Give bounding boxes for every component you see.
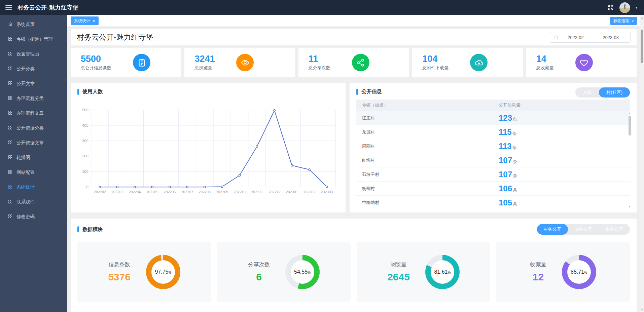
table-row-4: 石坡子村107条 [356,167,630,182]
info-panel-title: 公开信息 [361,88,382,95]
menu-grid-icon [8,169,13,176]
share-icon [352,54,369,71]
svg-text:202205: 202205 [146,190,158,194]
date-start-value[interactable]: 2022-02 [560,35,592,40]
stat-value: 14 [536,54,554,64]
public-info-panel: 公开信息 乡镇村(社区) 乡镇（街道） 公开信息量 红崖村123条龙源村115条… [350,83,637,212]
accent-bar [77,89,79,95]
svg-text:202209: 202209 [216,190,228,194]
sidebar-item-label: 乡镇（街道）管理 [16,36,53,42]
module-toggle-option-0[interactable]: 村务公开 [537,224,568,235]
module-cards-row: 信息条数537697.75%分享次数654.55%浏览量264581.61%收藏… [77,242,630,302]
fullscreen-icon[interactable] [607,4,614,11]
sidebar-item-10[interactable]: 网站配置 [0,165,67,180]
stat-label: 总浏览量 [194,65,215,71]
menu-grid-icon [8,95,13,102]
stat-value: 104 [422,54,449,64]
module-panel-title: 数据模块 [82,226,103,233]
info-count-value: 106 [499,184,512,193]
module-card-info: 收藏量12 [530,261,546,283]
info-count-cell: 106条 [499,184,630,193]
sidebar-item-12[interactable]: 联系我们 [0,195,67,209]
scrollbar-down-arrow-icon[interactable]: ▼ [641,307,643,312]
sidebar-item-7[interactable]: 公开依据分类 [0,121,67,135]
donut-percent-value: 85.71 [571,269,584,275]
info-count-cell: 115条 [499,127,630,137]
sidebar-nav: 系统首页乡镇（街道）管理设置管理员公开分类公开文章办理流程分类办理流程文章公开依… [0,15,67,312]
date-end-value[interactable]: 2023-03 [595,35,627,40]
svg-text:202301: 202301 [286,190,298,194]
module-card-label: 浏览量 [387,261,410,268]
toggle-option-0[interactable]: 乡镇 [575,87,599,98]
svg-text:202302: 202302 [303,190,315,194]
calendar-icon [553,35,558,40]
svg-text:202203: 202203 [111,190,123,194]
stat-info: 104总附件下载量 [422,54,449,71]
sidebar-item-6[interactable]: 办理流程文章 [0,106,67,121]
sidebar-item-11[interactable]: 系统统计 [0,180,67,195]
sidebar-item-label: 公开依据分类 [16,125,44,131]
village-name: 红崖村 [356,115,499,121]
hamburger-menu-icon[interactable] [5,4,12,11]
menu-grid-icon [8,36,13,42]
info-count-value: 105 [499,198,512,207]
user-avatar[interactable] [619,2,630,13]
module-card-3: 收藏量1285.71% [496,242,630,302]
sidebar-item-4[interactable]: 公开文章 [0,76,67,91]
top-header: 村务云公开-魅力红寺堡 ▾ [0,0,644,15]
donut-percent: 54.55% [294,269,311,275]
avatar-caret-down-icon[interactable]: ▾ [636,6,637,9]
table-row-5: 杨柳村106条 [356,182,630,196]
table-scroll-thumb[interactable] [629,116,631,135]
tab-close-icon[interactable]: × [93,19,95,23]
scrollbar-thumb[interactable] [641,30,643,63]
sidebar-item-2[interactable]: 设置管理员 [0,47,67,62]
stat-label: 总附件下载量 [422,65,449,71]
donut-percent-value: 54.55 [294,269,308,275]
module-toggle-option-1[interactable]: 党务公开 [568,224,599,235]
info-count-cell: 113条 [499,142,630,151]
sidebar-item-5[interactable]: 办理流程分类 [0,91,67,106]
sidebar-item-8[interactable]: 公开依据文章 [0,135,67,150]
menu-grid-icon [8,199,13,205]
info-count-cell: 107条 [499,156,630,165]
svg-text:202212: 202212 [269,190,281,194]
svg-text:202210: 202210 [234,190,246,194]
sidebar-item-13[interactable]: 修改密码 [0,209,67,224]
table-scrollbar[interactable]: ▲ ▼ [627,112,632,208]
toggle-option-1[interactable]: 村(社区) [599,87,630,98]
svg-text:202202: 202202 [94,190,106,194]
module-card-value: 6 [248,271,270,283]
module-card-label: 分享次数 [248,261,270,268]
stat-card-2: 11总分享次数 [298,48,409,77]
info-count-unit: 条 [513,117,517,122]
table-row-2: 周圈村113条 [356,139,630,153]
module-toggle-option-2[interactable]: 财务公开 [599,224,630,235]
table-scroll-up-icon[interactable]: ▲ [629,112,631,115]
module-card-value: 2645 [387,271,410,283]
donut-percent: 97.75% [155,269,171,275]
village-name: 杨柳村 [356,186,499,192]
table-scroll-down-icon[interactable]: ▼ [629,205,631,208]
page-scrollbar[interactable]: ▲ ▼ [640,15,644,312]
scrollbar-up-arrow-icon[interactable]: ▲ [641,15,643,20]
column-header-count: 公开信息量 [499,102,630,108]
main-area: ▲ ▼ 系统统计 × 标签选项 ∨ 村务云公开-魅力红寺堡 [67,15,644,312]
sidebar-item-3[interactable]: 公开分类 [0,62,67,76]
date-separator: - [592,35,595,40]
tag-options-button[interactable]: 标签选项 ∨ [610,17,637,25]
tab-bar: 系统统计 × 标签选项 ∨ [67,15,640,27]
sidebar-item-9[interactable]: 轮播图 [0,150,67,165]
tab-system-statistics[interactable]: 系统统计 × [71,16,99,25]
column-header-town: 乡镇（街道） [356,102,499,108]
info-count-cell: 105条 [499,198,630,207]
sidebar-item-label: 设置管理员 [16,51,39,57]
date-range-picker[interactable]: 2022-02 - 2023-03 [550,32,631,43]
sidebar-item-1[interactable]: 乡镇（街道）管理 [0,32,67,47]
info-count-unit: 条 [512,145,517,150]
donut-percent-value: 81.61 [434,269,448,275]
stat-value: 5500 [81,54,111,64]
sidebar-item-0[interactable]: 系统首页 [0,17,67,32]
tag-options-label: 标签选项 [613,18,630,24]
stat-info: 5500总公开信息条数 [81,54,111,71]
